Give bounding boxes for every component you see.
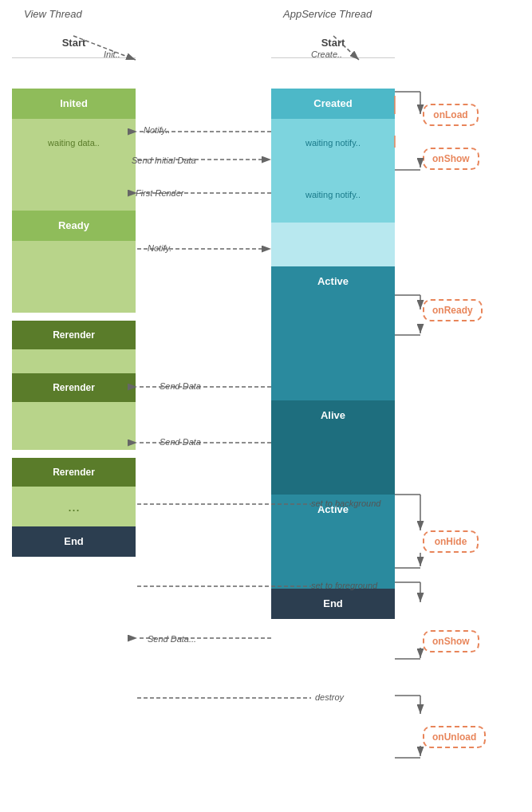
view-ready-body (12, 241, 136, 313)
arrow-notify2-label: Notify. (148, 243, 171, 253)
view-rerender1: Rerender (12, 321, 136, 349)
arrow-set-background-label: set to background (311, 499, 380, 508)
app-waiting2: waiting notify.. (271, 167, 395, 223)
callback-onshow2: onShow (423, 630, 479, 652)
app-thread-header: AppService Thread (283, 8, 372, 20)
app-active2-body (271, 525, 395, 589)
callback-onshow1: onShow (423, 148, 479, 170)
arrow-create-label: Create.. (311, 49, 342, 59)
callback-onload: onLoad (423, 104, 479, 126)
view-gap1 (12, 349, 136, 373)
arrow-init-label: Init.. (104, 49, 120, 59)
view-dots: ... (12, 487, 136, 526)
arrow-first-render-label: First Render (136, 188, 184, 198)
callback-onready: onReady (423, 299, 483, 321)
app-light-gap (271, 223, 395, 266)
app-end: End (271, 589, 395, 619)
app-active1-body (271, 297, 395, 400)
view-waiting1: waiting data.. (12, 119, 136, 167)
app-created: Created (271, 89, 395, 119)
arrow-set-foreground-label: set to foreground (311, 581, 377, 590)
view-gap2 (12, 402, 136, 450)
app-waiting1: waiting notify.. (271, 119, 395, 167)
callback-onunload: onUnload (423, 726, 486, 748)
arrow-notify1-label: Notify.. (144, 125, 170, 135)
arrow-send-data1-label: Send Data (160, 381, 201, 391)
view-rerender3: Rerender (12, 458, 136, 487)
view-rerender2: Rerender (12, 373, 136, 402)
arrow-send-data3-label: Send Data... (148, 634, 196, 644)
arrow-send-initial-label: Send Initial Data (132, 156, 196, 165)
arrow-send-data2-label: Send Data (160, 437, 201, 447)
view-thread-header: View Thread (24, 8, 82, 20)
callback-onhide: onHide (423, 530, 479, 553)
app-alive-body (271, 431, 395, 495)
view-ready: Ready (12, 211, 136, 241)
app-active1: Active (271, 266, 395, 297)
view-inited: Inited (12, 89, 136, 119)
arrow-destroy-label: destroy (315, 692, 344, 702)
view-end: End (12, 526, 136, 557)
app-alive: Alive (271, 400, 395, 431)
view-thread-column: Start Inited waiting data.. Ready Rerend… (12, 28, 136, 557)
app-thread-column: Start Created waiting notify.. waiting n… (271, 28, 395, 619)
diagram: View Thread AppService Thread Start Init… (0, 0, 532, 812)
